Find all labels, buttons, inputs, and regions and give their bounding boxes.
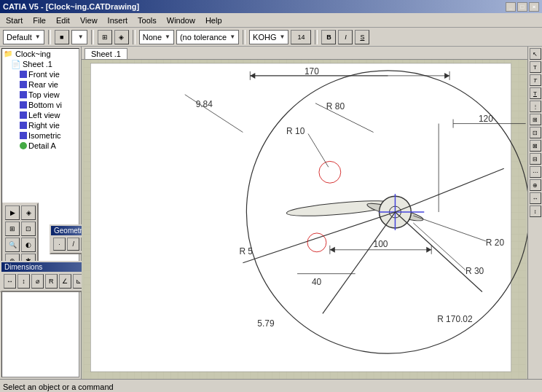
- geom-btn-point[interactable]: ·: [53, 238, 66, 251]
- tree-item-isometric[interactable]: Isometric: [2, 130, 79, 141]
- dim-btn-horiz[interactable]: ↔: [4, 274, 16, 289]
- dim-btn-diam[interactable]: ⌀: [31, 274, 44, 289]
- float-btn-6[interactable]: ◐: [21, 238, 36, 252]
- toolbar-separator-1: [48, 30, 51, 44]
- dim-btn-angle[interactable]: ∠: [59, 274, 71, 289]
- right-btn-2[interactable]: T: [530, 61, 541, 73]
- right-btn-t[interactable]: T: [530, 74, 541, 86]
- menu-view[interactable]: View: [76, 15, 102, 26]
- sheet-icon: 📄: [11, 60, 21, 68]
- float-btn-4[interactable]: ⊡: [21, 222, 36, 236]
- right-btn-6[interactable]: ⊠: [530, 140, 541, 152]
- tree-item-rightview[interactable]: Right vie: [2, 120, 79, 130]
- right-btn-7[interactable]: ⊟: [530, 153, 541, 165]
- menu-start[interactable]: Start: [1, 15, 27, 26]
- geometry-creation-panel: Geometry Creation × · / ○ ⌒ ~: [50, 224, 82, 254]
- svg-text:R 170.02: R 170.02: [437, 314, 473, 324]
- svg-text:100: 100: [374, 239, 388, 249]
- dim-btn-angle2[interactable]: ⊾: [73, 274, 82, 289]
- svg-text:170: 170: [305, 66, 319, 77]
- drawing-svg: 170 9.84 R 80 R 10 120: [82, 60, 527, 379]
- font-dropdown[interactable]: KOHG ▼: [249, 30, 288, 44]
- right-btn-11[interactable]: ↕: [530, 205, 541, 217]
- svg-text:R 5: R 5: [239, 246, 253, 256]
- underline-btn[interactable]: S: [355, 30, 369, 44]
- view-icon-2: [20, 81, 27, 88]
- main-layout: 📁 Clock~ing 📄 Sheet .1 Front vie Rear vi…: [0, 47, 542, 379]
- drawing-area[interactable]: Sheet .1 170: [82, 47, 527, 379]
- geom-panel-content: · / ○ ⌒ ~: [51, 235, 82, 253]
- dim-btn-vert[interactable]: ↕: [17, 274, 30, 289]
- sheet-tab-bar: Sheet .1: [82, 47, 527, 60]
- float-btn-5[interactable]: 🔍: [5, 238, 20, 252]
- folder-icon: 📁: [4, 50, 14, 58]
- toolbar-separator-3: [133, 30, 136, 44]
- style-dropdown[interactable]: Default ▼: [3, 30, 44, 44]
- tree-item-frontview[interactable]: Front vie: [2, 69, 79, 79]
- maximize-button[interactable]: □: [517, 2, 527, 12]
- dimensions-panel: Dimensions × ↔ ↕ ⌀ R ∠ ⊾ ↗ ⊣⊢ ⊢⊢ ≡ ⇔ Σ ⊞…: [0, 261, 82, 292]
- float-btn-3[interactable]: ⊞: [5, 222, 20, 236]
- geom-panel-title: Geometry Creation ×: [51, 226, 82, 235]
- geom-btn-line[interactable]: /: [67, 238, 79, 251]
- detail-icon: [20, 142, 27, 149]
- svg-text:9.84: 9.84: [196, 99, 213, 109]
- menu-window[interactable]: Window: [162, 15, 200, 26]
- bold-btn[interactable]: B: [321, 30, 336, 44]
- svg-text:R 30: R 30: [466, 266, 484, 276]
- menu-file[interactable]: File: [28, 15, 50, 26]
- tree-item-bottomview[interactable]: Bottom vi: [2, 100, 79, 110]
- view-icon-7: [20, 132, 27, 139]
- minimize-button[interactable]: _: [506, 2, 516, 12]
- sheet-tab-1[interactable]: Sheet .1: [85, 48, 127, 59]
- title-text: CATIA V5 - [Clock~ing.CATDrawing]: [3, 2, 139, 11]
- tree-item-clocking[interactable]: 📁 Clock~ing: [2, 49, 79, 59]
- menu-bar: Start File Edit View Insert Tools Window…: [0, 13, 542, 28]
- dim-btn-radius[interactable]: R: [45, 274, 58, 289]
- tree-item-sheet[interactable]: 📄 Sheet .1: [2, 59, 79, 69]
- toolbar-btn-2[interactable]: ⊞: [98, 30, 112, 44]
- font-size-btn[interactable]: 14: [291, 30, 311, 44]
- canvas-area[interactable]: 170 9.84 R 80 R 10 120: [82, 60, 527, 379]
- toolbar-separator-4: [243, 30, 246, 44]
- italic-btn[interactable]: I: [338, 30, 353, 44]
- view-icon-1: [20, 71, 27, 78]
- tree-item-rearview[interactable]: Rear vie: [2, 79, 79, 90]
- right-btn-10[interactable]: ↔: [530, 192, 541, 204]
- svg-rect-2: [90, 63, 511, 372]
- menu-insert[interactable]: Insert: [103, 15, 133, 26]
- status-bar: Select an object or a command: [0, 379, 542, 392]
- right-btn-5[interactable]: ⊡: [530, 127, 541, 138]
- float-btn-1[interactable]: ▶: [5, 205, 20, 220]
- view-icon-6: [20, 122, 27, 129]
- menu-help[interactable]: Help: [201, 15, 227, 26]
- svg-text:R 20: R 20: [486, 238, 505, 248]
- left-panel: 📁 Clock~ing 📄 Sheet .1 Front vie Rear vi…: [0, 47, 82, 379]
- toolbar-separator-5: [315, 30, 318, 44]
- svg-text:120: 120: [479, 114, 493, 124]
- tolerance-value-dropdown[interactable]: (no tolerance ▼: [176, 30, 239, 44]
- svg-text:40: 40: [312, 277, 322, 287]
- toolbar-row-1: Default ▼ ■ ▼ ⊞ ◈ None ▼ (no tolerance ▼…: [0, 28, 542, 47]
- line-dropdown[interactable]: ▼: [71, 30, 87, 44]
- float-btn-2[interactable]: ◈: [21, 205, 36, 220]
- right-btn-4[interactable]: ⊞: [530, 114, 541, 125]
- close-button[interactable]: ×: [529, 2, 539, 12]
- menu-edit[interactable]: Edit: [52, 15, 74, 26]
- right-btn-t2[interactable]: T: [530, 87, 541, 99]
- title-bar-controls: _ □ ×: [506, 2, 539, 12]
- tree-item-detaila[interactable]: Detail A: [2, 141, 79, 151]
- tolerance-dropdown[interactable]: None ▼: [139, 30, 174, 44]
- view-icon-4: [20, 101, 27, 109]
- right-btn-8[interactable]: ⋯: [530, 166, 541, 178]
- menu-tools[interactable]: Tools: [133, 15, 161, 26]
- right-btn-1[interactable]: ↖: [530, 48, 541, 60]
- toolbar-btn-1[interactable]: ■: [55, 30, 69, 44]
- right-btn-9[interactable]: ⊕: [530, 179, 541, 191]
- float-tool-row-2: ⊞ ⊡: [5, 222, 36, 236]
- toolbar-separator-2: [91, 30, 94, 44]
- tree-item-leftview[interactable]: Left view: [2, 110, 79, 120]
- toolbar-btn-3[interactable]: ◈: [114, 30, 129, 44]
- right-btn-3[interactable]: ⋮: [530, 101, 541, 112]
- tree-item-topview[interactable]: Top view: [2, 90, 79, 100]
